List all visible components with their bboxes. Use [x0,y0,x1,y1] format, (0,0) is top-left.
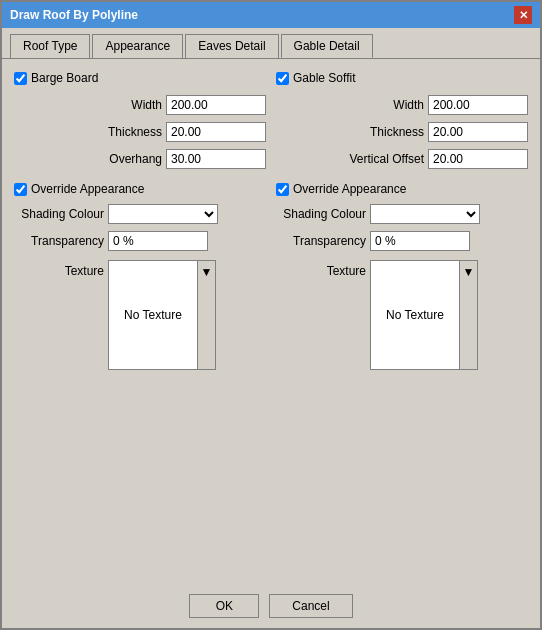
barge-override-label: Override Appearance [31,182,144,196]
main-window: Draw Roof By Polyline ✕ Roof Type Appear… [0,0,542,630]
barge-texture-text: No Texture [124,308,182,322]
barge-transparency-input[interactable] [108,231,208,251]
barge-board-column: Barge Board Width Thickness Overhang Ove… [14,71,266,572]
barge-override-checkbox[interactable] [14,183,27,196]
soffit-texture-box[interactable]: No Texture [370,260,460,370]
soffit-shading-row: Shading Colour [276,204,528,224]
soffit-override-label: Override Appearance [293,182,406,196]
bottom-bar: OK Cancel [2,584,540,628]
soffit-texture-arrow[interactable]: ▼ [460,260,478,370]
tab-eaves-detail[interactable]: Eaves Detail [185,34,278,58]
barge-width-row: Width [14,95,266,115]
title-bar: Draw Roof By Polyline ✕ [2,2,540,28]
barge-width-input[interactable] [166,95,266,115]
barge-thickness-row: Thickness [14,122,266,142]
gable-soffit-column: Gable Soffit Width Thickness Vertical Of… [276,71,528,572]
soffit-thickness-label: Thickness [334,125,424,139]
barge-width-label: Width [92,98,162,112]
barge-overhang-input[interactable] [166,149,266,169]
barge-transparency-row: Transparency [14,231,266,251]
barge-override-row: Override Appearance [14,182,266,196]
soffit-width-label: Width [334,98,424,112]
barge-texture-wrap: No Texture ▼ [108,260,216,370]
soffit-vertical-input[interactable] [428,149,528,169]
soffit-override-row: Override Appearance [276,182,528,196]
barge-overhang-row: Overhang [14,149,266,169]
tab-appearance[interactable]: Appearance [92,34,183,58]
soffit-width-input[interactable] [428,95,528,115]
barge-shading-row: Shading Colour [14,204,266,224]
tab-bar: Roof Type Appearance Eaves Detail Gable … [2,28,540,59]
content-area: Barge Board Width Thickness Overhang Ove… [2,59,540,584]
soffit-transparency-row: Transparency [276,231,528,251]
soffit-thickness-row: Thickness [276,122,528,142]
barge-thickness-input[interactable] [166,122,266,142]
soffit-width-row: Width [276,95,528,115]
soffit-thickness-input[interactable] [428,122,528,142]
soffit-texture-wrap: No Texture ▼ [370,260,478,370]
close-button[interactable]: ✕ [514,6,532,24]
soffit-override-checkbox[interactable] [276,183,289,196]
barge-transparency-label: Transparency [14,234,104,248]
barge-board-label: Barge Board [31,71,98,85]
barge-board-checkbox[interactable] [14,72,27,85]
soffit-texture-row: Texture No Texture ▼ [276,260,528,370]
gable-soffit-header: Gable Soffit [276,71,528,85]
barge-texture-row: Texture No Texture ▼ [14,260,266,370]
gable-soffit-checkbox[interactable] [276,72,289,85]
barge-shading-select[interactable] [108,204,218,224]
soffit-shading-label: Shading Colour [276,207,366,221]
soffit-vertical-label: Vertical Offset [334,152,424,166]
barge-shading-label: Shading Colour [14,207,104,221]
soffit-texture-label: Texture [276,264,366,278]
barge-texture-box[interactable]: No Texture [108,260,198,370]
soffit-texture-text: No Texture [386,308,444,322]
barge-texture-label: Texture [14,264,104,278]
barge-board-header: Barge Board [14,71,266,85]
gable-soffit-label: Gable Soffit [293,71,355,85]
soffit-transparency-label: Transparency [276,234,366,248]
soffit-shading-select[interactable] [370,204,480,224]
two-column-layout: Barge Board Width Thickness Overhang Ove… [14,71,528,572]
tab-roof-type[interactable]: Roof Type [10,34,90,58]
tab-gable-detail[interactable]: Gable Detail [281,34,373,58]
soffit-transparency-input[interactable] [370,231,470,251]
barge-thickness-label: Thickness [92,125,162,139]
window-title: Draw Roof By Polyline [10,8,138,22]
barge-overhang-label: Overhang [92,152,162,166]
barge-texture-arrow[interactable]: ▼ [198,260,216,370]
ok-button[interactable]: OK [189,594,259,618]
soffit-vertical-row: Vertical Offset [276,149,528,169]
cancel-button[interactable]: Cancel [269,594,352,618]
